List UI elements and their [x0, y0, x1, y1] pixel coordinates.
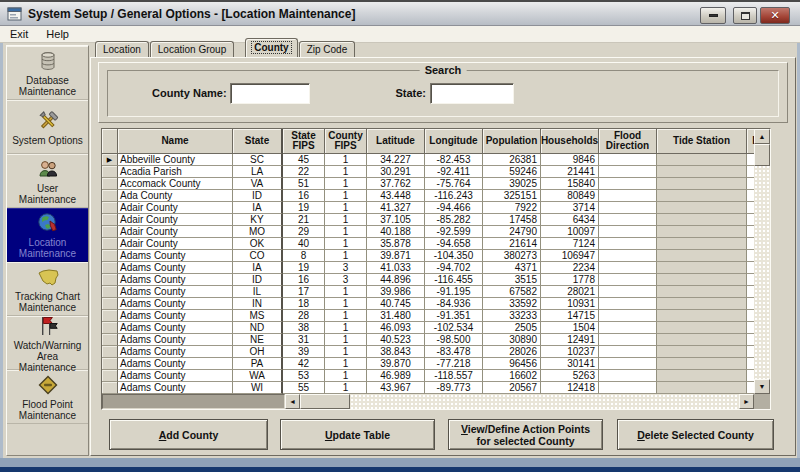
table-row[interactable]: Adams CountyIN18140.745-84.9363359210931 [102, 298, 754, 310]
cell-latitude[interactable]: 39.870 [367, 358, 425, 370]
cell-latitude[interactable]: 40.188 [367, 226, 425, 238]
cell-county-fips[interactable]: 1 [325, 166, 367, 178]
cell-flood-direction[interactable] [599, 214, 657, 226]
row-selector[interactable] [102, 382, 118, 394]
cell-flood-direction[interactable] [599, 262, 657, 274]
cell-tide-station[interactable] [657, 382, 747, 394]
cell-latitude[interactable]: 40.745 [367, 298, 425, 310]
cell-latitude[interactable]: 46.989 [367, 370, 425, 382]
tab-county[interactable]: County [245, 38, 297, 57]
cell-state[interactable]: MO [233, 226, 283, 238]
cell-tide-station[interactable] [657, 154, 747, 166]
cell-tide-station[interactable] [657, 358, 747, 370]
cell-longitude[interactable]: -85.282 [425, 214, 483, 226]
cell-flood-direction[interactable] [599, 310, 657, 322]
table-row[interactable]: Adams CountyIL17139.986-91.1956758228021 [102, 286, 754, 298]
row-selector[interactable] [102, 214, 118, 226]
cell-flood-direction[interactable] [599, 334, 657, 346]
cell-state[interactable]: CO [233, 250, 283, 262]
table-row[interactable]: Ada CountyID16143.448-116.24332515180849 [102, 190, 754, 202]
tab-location[interactable]: Location [95, 41, 149, 57]
row-selector[interactable] [102, 346, 118, 358]
cell-longitude[interactable]: -116.455 [425, 274, 483, 286]
cell-households[interactable]: 21441 [541, 166, 599, 178]
cell-e[interactable] [747, 382, 754, 394]
cell-tide-station[interactable] [657, 250, 747, 262]
cell-state[interactable]: PA [233, 358, 283, 370]
cell-longitude[interactable]: -92.599 [425, 226, 483, 238]
cell-households[interactable]: 5263 [541, 370, 599, 382]
cell-latitude[interactable]: 37.105 [367, 214, 425, 226]
cell-county-fips[interactable]: 1 [325, 310, 367, 322]
cell-flood-direction[interactable] [599, 166, 657, 178]
cell-state[interactable]: IA [233, 262, 283, 274]
sidebar-item-user-maintenance[interactable]: User Maintenance [7, 154, 88, 208]
cell-population[interactable]: 33592 [483, 298, 541, 310]
row-selector[interactable] [102, 370, 118, 382]
cell-e[interactable] [747, 274, 754, 286]
cell-flood-direction[interactable] [599, 238, 657, 250]
cell-e[interactable] [747, 310, 754, 322]
cell-flood-direction[interactable] [599, 202, 657, 214]
cell-e[interactable] [747, 346, 754, 358]
cell-flood-direction[interactable] [599, 154, 657, 166]
cell-state[interactable]: LA [233, 166, 283, 178]
cell-flood-direction[interactable] [599, 226, 657, 238]
sidebar-item-location-maintenance[interactable]: Location Maintenance [7, 208, 88, 262]
cell-state-fips[interactable]: 16 [283, 190, 325, 202]
cell-longitude[interactable]: -92.411 [425, 166, 483, 178]
cell-latitude[interactable]: 41.327 [367, 202, 425, 214]
cell-flood-direction[interactable] [599, 286, 657, 298]
cell-longitude[interactable]: -94.658 [425, 238, 483, 250]
cell-population[interactable]: 3515 [483, 274, 541, 286]
cell-tide-station[interactable] [657, 334, 747, 346]
table-row[interactable]: Adams CountyID16344.896-116.45535151778 [102, 274, 754, 286]
cell-county-fips[interactable]: 1 [325, 226, 367, 238]
cell-households[interactable]: 10931 [541, 298, 599, 310]
cell-households[interactable]: 7124 [541, 238, 599, 250]
cell-name[interactable]: Adams County [118, 250, 233, 262]
row-selector[interactable] [102, 286, 118, 298]
cell-households[interactable]: 12491 [541, 334, 599, 346]
sidebar-item-system-options[interactable]: System Options [7, 100, 88, 154]
cell-flood-direction[interactable] [599, 322, 657, 334]
delete-selected-county-button[interactable]: Delete Selected County [617, 419, 774, 450]
cell-e[interactable] [747, 202, 754, 214]
cell-longitude[interactable]: -91.351 [425, 310, 483, 322]
cell-state-fips[interactable]: 51 [283, 178, 325, 190]
cell-population[interactable]: 67582 [483, 286, 541, 298]
sidebar-item-tracking-chart-maintenance[interactable]: Tracking Chart Maintenance [7, 262, 88, 316]
cell-population[interactable]: 2505 [483, 322, 541, 334]
cell-latitude[interactable]: 39.986 [367, 286, 425, 298]
cell-tide-station[interactable] [657, 298, 747, 310]
cell-population[interactable]: 28026 [483, 346, 541, 358]
cell-longitude[interactable]: -94.466 [425, 202, 483, 214]
cell-e[interactable] [747, 178, 754, 190]
cell-name[interactable]: Abbeville County [118, 154, 233, 166]
cell-longitude[interactable]: -118.557 [425, 370, 483, 382]
cell-population[interactable]: 7922 [483, 202, 541, 214]
cell-e[interactable] [747, 214, 754, 226]
sidebar-item-watch-warning-area-maintenance[interactable]: Watch/Warning Area Maintenance [7, 316, 88, 370]
cell-e[interactable] [747, 298, 754, 310]
title-bar[interactable]: System Setup / General Options - [Locati… [0, 0, 800, 26]
cell-flood-direction[interactable] [599, 346, 657, 358]
horizontal-scrollbar[interactable]: ◄ ► [102, 394, 770, 409]
cell-latitude[interactable]: 43.967 [367, 382, 425, 394]
cell-tide-station[interactable] [657, 310, 747, 322]
cell-flood-direction[interactable] [599, 358, 657, 370]
cell-state[interactable]: IL [233, 286, 283, 298]
close-button[interactable]: ✕ [760, 7, 790, 24]
table-row[interactable]: ▶Abbeville CountySC45134.227-82.45326381… [102, 154, 754, 166]
cell-latitude[interactable]: 31.480 [367, 310, 425, 322]
cell-longitude[interactable]: -84.936 [425, 298, 483, 310]
cell-state-fips[interactable]: 17 [283, 286, 325, 298]
cell-latitude[interactable]: 34.227 [367, 154, 425, 166]
cell-e[interactable] [747, 238, 754, 250]
row-selector[interactable] [102, 178, 118, 190]
cell-longitude[interactable]: -89.773 [425, 382, 483, 394]
table-row[interactable]: Adams CountyMS28131.480-91.3513323314715 [102, 310, 754, 322]
cell-e[interactable] [747, 226, 754, 238]
cell-state-fips[interactable]: 22 [283, 166, 325, 178]
cell-tide-station[interactable] [657, 166, 747, 178]
